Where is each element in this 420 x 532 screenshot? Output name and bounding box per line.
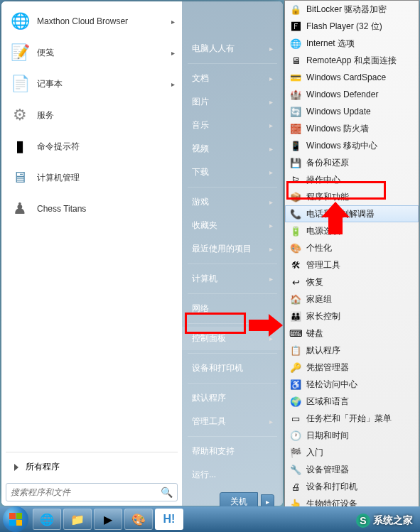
control-panel-item[interactable]: 🔋 电源选项: [285, 222, 419, 239]
all-programs-button[interactable]: 所有程序: [6, 455, 178, 479]
cp-item-label: 任务栏和「开始」菜单: [306, 413, 392, 425]
taskbar-media[interactable]: ▶: [94, 509, 122, 530]
app-item[interactable]: ⚙ 服务: [6, 99, 178, 131]
control-panel-item[interactable]: 📞 电话和调制解调器: [285, 205, 419, 222]
control-panel-item[interactable]: 🏰 Windows Defender: [285, 86, 419, 103]
right-item-label: 游戏: [192, 196, 209, 208]
control-panel-item[interactable]: ⌨ 键盘: [285, 325, 419, 342]
submenu-arrow-icon: ▸: [269, 418, 273, 425]
right-panel-item[interactable]: 最近使用的项目 ▸: [182, 237, 283, 261]
control-panel-item[interactable]: 💾 备份和还原: [285, 154, 419, 171]
right-panel-item[interactable]: 文档 ▸: [182, 67, 283, 90]
right-panel-item[interactable]: 控制面板 ▸: [182, 327, 283, 350]
cp-item-label: 凭据管理器: [306, 362, 349, 374]
control-panel-item[interactable]: ▭ 任务栏和「开始」菜单: [285, 410, 419, 427]
submenu-arrow-icon: ▸: [269, 121, 273, 129]
start-orb[interactable]: [3, 506, 28, 532]
right-panel-item[interactable]: 下载 ▸: [182, 161, 283, 184]
control-panel-item[interactable]: 🏳 操作中心: [285, 171, 419, 188]
right-panel-item[interactable]: 计算机 ▸: [182, 267, 283, 291]
control-panel-item[interactable]: 🎨 个性化: [285, 239, 419, 256]
arrow-right-icon: [14, 464, 18, 471]
control-panel-item[interactable]: 🧱 Windows 防火墙: [285, 120, 419, 137]
app-icon: 🖥: [9, 166, 31, 189]
app-item[interactable]: 📝 便笺 ▸: [6, 37, 178, 68]
control-panel-item[interactable]: 🖨 设备和打印机: [285, 478, 419, 495]
right-item-label: 文档: [192, 72, 209, 85]
right-panel-item[interactable]: 管理工具 ▸: [182, 410, 283, 433]
app-label: 命令提示符: [37, 141, 175, 153]
app-item[interactable]: 🖥 计算机管理: [6, 162, 178, 193]
right-panel-item[interactable]: 帮助和支持: [182, 440, 283, 463]
right-panel-item[interactable]: 游戏 ▸: [182, 190, 283, 214]
control-panel-item[interactable]: 🔑 凭据管理器: [285, 359, 419, 376]
right-panel-item[interactable]: 网络: [182, 297, 283, 320]
control-panel-item[interactable]: 🏁 入门: [285, 444, 419, 461]
control-panel-item[interactable]: ↩ 恢复: [285, 273, 419, 291]
control-panel-item[interactable]: 🏠 家庭组: [285, 291, 419, 308]
right-item-label: 下载: [192, 166, 209, 178]
control-panel-item[interactable]: 🔄 Windows Update: [285, 103, 419, 120]
cp-item-label: Windows Defender: [306, 89, 378, 99]
right-panel-item[interactable]: 音乐 ▸: [182, 114, 283, 137]
taskbar-ie[interactable]: 🌐: [33, 509, 61, 530]
cp-item-label: 家长控制: [306, 310, 340, 322]
right-panel-item[interactable]: 视频 ▸: [182, 137, 283, 161]
submenu-arrow-icon: ▸: [269, 222, 273, 229]
taskbar-paint[interactable]: 🎨: [124, 509, 153, 530]
control-panel-item[interactable]: 🔧 设备管理器: [285, 461, 419, 478]
right-item-label: 运行...: [192, 469, 216, 481]
cp-item-label: 日期和时间: [306, 430, 349, 442]
app-icon: 📄: [9, 72, 31, 95]
submenu-arrow-icon: ▸: [269, 168, 273, 176]
right-panel-item[interactable]: 设备和打印机: [182, 357, 283, 380]
app-item[interactable]: ▮ 命令提示符: [6, 131, 178, 162]
control-panel-item[interactable]: 👪 家长控制: [285, 308, 419, 325]
app-label: 便笺: [37, 47, 171, 59]
control-panel-item[interactable]: 🖥 RemoteApp 和桌面连接: [285, 52, 419, 69]
right-item-label: 音乐: [192, 119, 209, 131]
taskbar-app[interactable]: H!: [155, 509, 183, 530]
submenu-arrow-icon: ▸: [269, 98, 273, 106]
control-panel-item[interactable]: ♿ 轻松访问中心: [285, 376, 419, 393]
submenu-arrow-icon: ▸: [171, 49, 175, 57]
cp-item-label: Windows CardSpace: [306, 72, 386, 82]
taskbar-explorer[interactable]: 📁: [63, 509, 92, 530]
search-input[interactable]: [11, 487, 161, 497]
control-panel-item[interactable]: 🛠 管理工具: [285, 256, 419, 273]
app-item[interactable]: ♟ Chess Titans: [6, 193, 178, 224]
control-panel-item[interactable]: 📦 程序和功能: [285, 188, 419, 205]
control-panel-item[interactable]: 🔒 BitLocker 驱动器加密: [285, 1, 419, 18]
control-panel-item[interactable]: 🅵 Flash Player (32 位): [285, 18, 419, 35]
search-box[interactable]: 🔍: [6, 483, 178, 501]
control-panel-submenu: 🔒 BitLocker 驱动器加密 🅵 Flash Player (32 位) …: [284, 0, 419, 511]
right-panel-item[interactable]: 默认程序: [182, 386, 283, 410]
cp-item-icon: 📞: [289, 207, 302, 220]
start-menu: 🌐 Maxthon Cloud Browser ▸ 📝 便笺 ▸ 📄 记事本 ▸…: [1, 1, 283, 506]
right-panel-item[interactable]: 运行...: [182, 463, 283, 487]
all-programs-label: 所有程序: [26, 461, 60, 473]
control-panel-item[interactable]: 🌍 区域和语言: [285, 393, 419, 410]
right-panel-item[interactable]: 收藏夹 ▸: [182, 214, 283, 237]
right-panel-item[interactable]: 电脑人人有 ▸: [182, 37, 283, 60]
control-panel-item[interactable]: 📋 默认程序: [285, 342, 419, 359]
control-panel-item[interactable]: 📱 Windows 移动中心: [285, 137, 419, 154]
watermark-icon: S: [356, 514, 370, 528]
app-label: Maxthon Cloud Browser: [37, 16, 171, 26]
cp-item-icon: ↩: [289, 276, 302, 288]
right-panel-item[interactable]: 图片 ▸: [182, 90, 283, 114]
cp-item-label: Internet 选项: [306, 38, 355, 50]
control-panel-item[interactable]: 🌐 Internet 选项: [285, 35, 419, 52]
app-item[interactable]: 📄 记事本 ▸: [6, 68, 178, 99]
submenu-arrow-icon: ▸: [269, 45, 273, 53]
app-item[interactable]: 🌐 Maxthon Cloud Browser ▸: [6, 6, 178, 37]
cp-item-label: Windows 防火墙: [306, 123, 369, 135]
separator: [188, 187, 277, 188]
submenu-arrow-icon: ▸: [269, 335, 273, 342]
cp-item-label: 设备管理器: [306, 464, 349, 476]
control-panel-item[interactable]: 🕐 日期和时间: [285, 427, 419, 444]
control-panel-item[interactable]: 💳 Windows CardSpace: [285, 69, 419, 86]
cp-item-icon: 🅵: [289, 20, 302, 33]
cp-item-icon: 🖥: [289, 54, 302, 67]
cp-item-icon: 🧱: [289, 122, 302, 135]
